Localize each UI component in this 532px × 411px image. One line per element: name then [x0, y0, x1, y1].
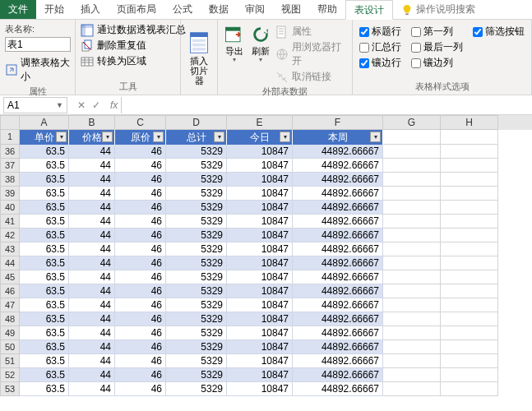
cell[interactable]: 10847	[227, 145, 293, 159]
cell[interactable]: 5329	[166, 382, 227, 396]
cell[interactable]: 44	[69, 354, 115, 368]
export-dropdown-icon[interactable]: ▾	[233, 56, 236, 63]
cell[interactable]: 63.5	[20, 284, 69, 298]
cell[interactable]: 46	[115, 340, 166, 354]
cell[interactable]: 44892.66667	[293, 256, 383, 270]
cell[interactable]	[441, 284, 498, 298]
cell[interactable]: 46	[115, 284, 166, 298]
cell[interactable]: 44892.66667	[293, 229, 383, 242]
cell[interactable]: 10847	[227, 284, 293, 298]
filter-dropdown-icon[interactable]: ▾	[56, 132, 67, 142]
chk-header-row[interactable]: 标题行	[359, 25, 401, 39]
cell[interactable]	[383, 256, 441, 270]
cell[interactable]	[441, 256, 498, 270]
cell[interactable]: 63.5	[20, 340, 69, 354]
cell[interactable]: 46	[115, 229, 166, 242]
tab-review[interactable]: 审阅	[237, 0, 273, 19]
tab-view[interactable]: 视图	[273, 0, 309, 19]
chk-total-row-box[interactable]	[359, 43, 369, 53]
col-header-E[interactable]: E	[227, 115, 293, 130]
cell[interactable]	[441, 340, 498, 354]
cell[interactable]: 46	[115, 201, 166, 215]
cell[interactable]: 44	[69, 326, 115, 340]
insert-slicer-button[interactable]: 插入 切片器	[186, 31, 212, 85]
cell[interactable]: 5329	[166, 368, 227, 382]
cell[interactable]: 10847	[227, 298, 293, 312]
cell[interactable]: 44892.66667	[293, 298, 383, 312]
cell[interactable]: 44892.66667	[293, 201, 383, 215]
table-header-cell[interactable]: 今日▾	[227, 130, 293, 145]
export-button[interactable]: 导出 ▾	[223, 23, 246, 84]
cell[interactable]	[441, 312, 498, 326]
cell[interactable]	[441, 229, 498, 242]
row-header[interactable]: 47	[0, 298, 20, 312]
resize-table-button[interactable]: 调整表格大小	[5, 56, 70, 84]
cell[interactable]: 44	[69, 187, 115, 201]
cell[interactable]	[383, 284, 441, 298]
row-header[interactable]: 48	[0, 312, 20, 326]
cell[interactable]: 44	[69, 382, 115, 396]
cell[interactable]: 44892.66667	[293, 284, 383, 298]
cell[interactable]: 5329	[166, 187, 227, 201]
tab-help[interactable]: 帮助	[309, 0, 345, 19]
cell[interactable]: 44	[69, 284, 115, 298]
refresh-dropdown-icon[interactable]: ▾	[259, 56, 262, 63]
cell[interactable]	[441, 368, 498, 382]
row-header[interactable]: 39	[0, 187, 20, 201]
row-header[interactable]: 37	[0, 159, 20, 173]
cell[interactable]: 5329	[166, 340, 227, 354]
table-header-cell[interactable]: 价格▾	[69, 130, 115, 145]
row-header[interactable]: 49	[0, 326, 20, 340]
cell[interactable]: 10847	[227, 173, 293, 187]
chk-last-col[interactable]: 最后一列	[411, 40, 463, 54]
col-header-D[interactable]: D	[166, 115, 227, 130]
col-header-A[interactable]: A	[20, 115, 69, 130]
filter-dropdown-icon[interactable]: ▾	[280, 132, 290, 142]
name-box[interactable]: A1 ▼	[3, 97, 67, 113]
cell[interactable]: 44892.66667	[293, 312, 383, 326]
convert-range-button[interactable]: 转换为区域	[81, 54, 175, 68]
cell[interactable]: 5329	[166, 284, 227, 298]
cell[interactable]: 44892.66667	[293, 340, 383, 354]
cell[interactable]	[441, 215, 498, 229]
cell[interactable]	[383, 201, 441, 215]
cell[interactable]: 5329	[166, 201, 227, 215]
cell[interactable]: 10847	[227, 159, 293, 173]
tab-table-design[interactable]: 表设计	[345, 0, 393, 20]
cell[interactable]: 46	[115, 242, 166, 256]
cell[interactable]: 44892.66667	[293, 326, 383, 340]
chk-banded-rows[interactable]: 镶边行	[359, 56, 401, 70]
ext-properties-button[interactable]: 属性	[275, 25, 347, 39]
cell[interactable]: 63.5	[20, 229, 69, 242]
cell[interactable]: 63.5	[20, 215, 69, 229]
cell[interactable]	[441, 270, 498, 284]
filter-dropdown-icon[interactable]: ▾	[153, 132, 164, 142]
table-name-input[interactable]	[5, 37, 71, 52]
cell[interactable]: 46	[115, 145, 166, 159]
chk-banded-rows-box[interactable]	[359, 58, 369, 68]
cell[interactable]	[383, 312, 441, 326]
cell[interactable]: 46	[115, 270, 166, 284]
cell[interactable]	[441, 130, 498, 145]
chk-last-col-box[interactable]	[411, 43, 421, 53]
cell[interactable]: 10847	[227, 242, 293, 256]
row-header[interactable]: 1	[0, 130, 20, 145]
cell[interactable]: 44892.66667	[293, 368, 383, 382]
cell[interactable]: 44	[69, 201, 115, 215]
cell[interactable]: 5329	[166, 326, 227, 340]
cell[interactable]: 46	[115, 159, 166, 173]
row-header[interactable]: 42	[0, 229, 20, 242]
cell[interactable]: 10847	[227, 229, 293, 242]
cell[interactable]	[383, 173, 441, 187]
cell[interactable]: 44892.66667	[293, 270, 383, 284]
cell[interactable]: 10847	[227, 215, 293, 229]
cell[interactable]	[441, 326, 498, 340]
cell[interactable]: 5329	[166, 270, 227, 284]
cell[interactable]: 5329	[166, 298, 227, 312]
fx-icon[interactable]: fx	[107, 99, 121, 111]
formula-bar[interactable]	[121, 97, 532, 113]
cell[interactable]: 10847	[227, 340, 293, 354]
cell[interactable]	[441, 187, 498, 201]
chk-header-row-box[interactable]	[359, 27, 369, 37]
cell[interactable]: 10847	[227, 256, 293, 270]
